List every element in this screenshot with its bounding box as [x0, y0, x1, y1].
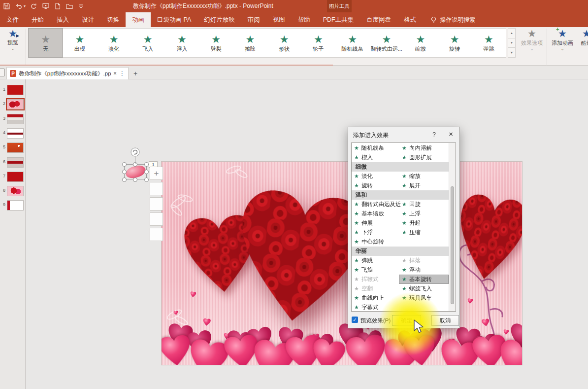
- ok-button[interactable]: 确定: [392, 315, 421, 326]
- gallery-item-淡化[interactable]: ★淡化: [97, 29, 131, 57]
- tab-开始[interactable]: 开始: [25, 12, 50, 27]
- gallery-item-旋转[interactable]: ★旋转: [438, 29, 472, 57]
- effect-item-字幕式[interactable]: ★字幕式: [352, 303, 399, 312]
- undo-dropdown-icon[interactable]: ▾: [24, 4, 26, 8]
- tab-切换[interactable]: 切换: [100, 12, 126, 27]
- pin-icon[interactable]: [0, 69, 5, 76]
- tab-动画[interactable]: 动画: [126, 12, 151, 27]
- effect-item-升起[interactable]: ★升起: [399, 219, 448, 227]
- save-icon[interactable]: [3, 2, 10, 10]
- effect-item-玩具风车[interactable]: ★玩具风车: [399, 294, 448, 302]
- slideshow-icon[interactable]: [42, 2, 49, 10]
- gallery-item-弹跳[interactable]: ★弹跳: [472, 29, 506, 57]
- resize-handle[interactable]: [122, 162, 127, 167]
- effect-item-翻转式由远及近[interactable]: ★翻转式由远及近: [352, 200, 399, 209]
- new-file-icon[interactable]: [54, 2, 61, 10]
- gallery-item-飞入[interactable]: ★飞入: [131, 29, 165, 57]
- resize-handle[interactable]: [122, 177, 127, 182]
- effect-item-中心旋转[interactable]: ★中心旋转: [352, 238, 399, 246]
- resize-handle[interactable]: [144, 162, 149, 167]
- quick-animation-slot[interactable]: [150, 197, 163, 211]
- preview-button[interactable]: ★ ▶ 预览 ⌄: [0, 28, 26, 58]
- effect-item-挥鞭式[interactable]: ★挥鞭式: [352, 275, 399, 283]
- slide-thumbnail-5[interactable]: [7, 142, 24, 153]
- undo-icon[interactable]: [15, 2, 22, 10]
- gallery-scroll-up-button[interactable]: ▲: [508, 28, 516, 38]
- effect-item-弹跳[interactable]: ★弹跳: [352, 256, 399, 265]
- cool-animation-button[interactable]: ★ ➤ 酷炫: [577, 28, 588, 47]
- gallery-scroll-down-button[interactable]: ▼: [508, 38, 516, 48]
- gallery-item-轮子[interactable]: ★轮子: [301, 29, 335, 57]
- cancel-button[interactable]: 取消: [431, 315, 459, 326]
- gallery-item-浮入[interactable]: ★浮入: [165, 29, 199, 57]
- effect-item-伸展[interactable]: ★伸展: [352, 219, 399, 227]
- effect-item-缩放[interactable]: ★缩放: [399, 172, 448, 180]
- slide-thumbnail-3[interactable]: [7, 114, 24, 124]
- quick-animation-slot[interactable]: [150, 212, 163, 226]
- effect-item-淡化[interactable]: ★淡化: [352, 172, 399, 180]
- gallery-item-形状[interactable]: ★形状: [267, 29, 301, 57]
- tab-设计[interactable]: 设计: [75, 12, 100, 27]
- tab-插入[interactable]: 插入: [50, 12, 75, 27]
- quick-animation-slot[interactable]: [150, 228, 163, 241]
- tab-格式[interactable]: 格式: [397, 12, 423, 27]
- tab-口袋动画 PA[interactable]: 口袋动画 PA: [151, 12, 197, 27]
- effect-item-圆形扩展[interactable]: ★圆形扩展: [399, 153, 448, 162]
- help-icon[interactable]: ?: [432, 131, 436, 138]
- effect-item-空翻[interactable]: ★空翻: [352, 284, 399, 293]
- effect-item-回旋[interactable]: ★回旋: [399, 200, 448, 209]
- new-tab-button[interactable]: +: [131, 69, 140, 78]
- gallery-item-劈裂[interactable]: ★劈裂: [199, 29, 233, 57]
- resize-handle[interactable]: [133, 177, 137, 182]
- customize-qat-icon[interactable]: [77, 2, 85, 10]
- tab-文件[interactable]: 文件: [0, 12, 25, 27]
- gallery-more-button[interactable]: ▼: [508, 48, 516, 58]
- effect-item-掉落[interactable]: ★掉落: [399, 256, 448, 265]
- slide-thumbnail-2[interactable]: [7, 99, 24, 109]
- close-tab-icon[interactable]: ×: [113, 70, 117, 77]
- slide-thumbnail-4[interactable]: [7, 128, 24, 139]
- effect-item-下浮[interactable]: ★下浮: [352, 228, 399, 237]
- resize-handle[interactable]: [144, 177, 149, 182]
- slide-thumbnail-1[interactable]: [7, 85, 24, 95]
- tell-me-search[interactable]: 操作说明搜索: [430, 12, 475, 27]
- scrollbar-thumb[interactable]: [451, 186, 454, 304]
- redo-icon[interactable]: [30, 2, 37, 10]
- effect-item-螺旋飞入[interactable]: ★螺旋飞入: [399, 284, 448, 293]
- slide-thumbnail-7[interactable]: [7, 172, 24, 182]
- effect-item-向内溶解[interactable]: ★向内溶解: [399, 144, 448, 152]
- tab-幻灯片放映[interactable]: 幻灯片放映: [197, 12, 241, 27]
- close-icon[interactable]: ×: [449, 130, 453, 138]
- tab-帮助[interactable]: 帮助: [292, 12, 317, 27]
- tab-视图[interactable]: 视图: [266, 12, 292, 27]
- quick-animation-slot[interactable]: [150, 182, 163, 195]
- gallery-item-擦除[interactable]: ★擦除: [233, 29, 267, 57]
- effect-item-上浮[interactable]: ★上浮: [399, 210, 448, 218]
- tab-百度网盘[interactable]: 百度网盘: [360, 12, 397, 27]
- effect-item-基本缩放[interactable]: ★基本缩放: [352, 210, 399, 218]
- tab-PDF工具集[interactable]: PDF工具集: [317, 12, 360, 27]
- add-animation-button[interactable]: ★ + 添加动画 ⌄: [548, 28, 577, 51]
- effect-item-展开[interactable]: ★展开: [399, 181, 448, 190]
- resize-handle[interactable]: [144, 170, 149, 174]
- rotate-handle[interactable]: [131, 147, 140, 157]
- effect-item-浮动[interactable]: ★浮动: [399, 266, 448, 274]
- gallery-item-缩放[interactable]: ★缩放: [403, 29, 437, 57]
- effect-item-压缩[interactable]: ★压缩: [399, 228, 448, 237]
- effect-item-旋转[interactable]: ★旋转: [352, 181, 399, 190]
- effect-item-曲线向上[interactable]: ★曲线向上: [352, 294, 399, 302]
- gallery-item-无[interactable]: ★无: [29, 29, 63, 57]
- document-tab-active[interactable]: P 教你制作《ppt制作xxxxxxx功能》.pptx × ⋮: [6, 67, 129, 79]
- tab-审阅[interactable]: 审阅: [241, 12, 266, 27]
- effect-item-飞旋[interactable]: ★飞旋: [352, 266, 399, 274]
- slide-thumbnail-6[interactable]: [7, 157, 24, 168]
- resize-handle[interactable]: [122, 170, 127, 174]
- preview-effect-checkbox[interactable]: ✓: [352, 317, 358, 323]
- tab-more-icon[interactable]: ⋮: [119, 70, 125, 77]
- slide-thumbnail-8[interactable]: [7, 186, 24, 196]
- slide[interactable]: [162, 162, 522, 365]
- open-folder-icon[interactable]: [65, 2, 73, 10]
- quick-add-animation-button[interactable]: +: [150, 167, 163, 180]
- effect-item-楔入[interactable]: ★楔入: [352, 153, 399, 162]
- gallery-item-出现[interactable]: ★出现: [63, 29, 97, 57]
